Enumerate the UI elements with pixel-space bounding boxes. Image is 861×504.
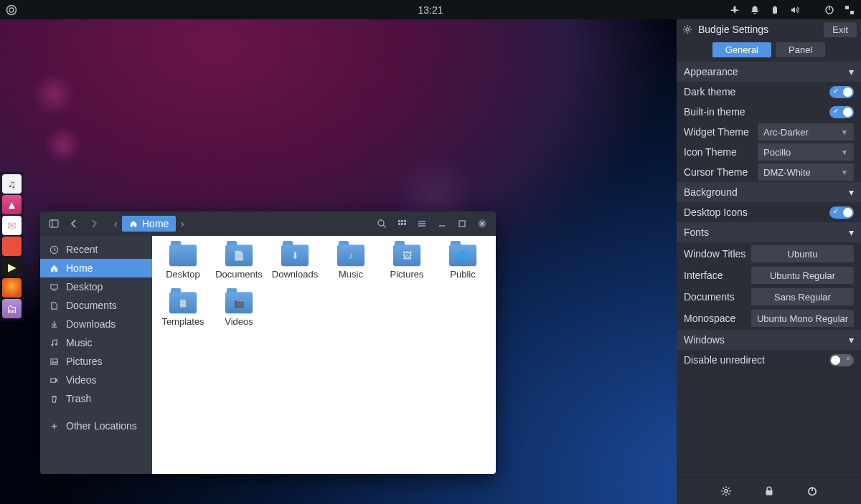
chevron-down-icon: ▾: [849, 66, 854, 77]
dock-item-photos[interactable]: ▲: [2, 195, 22, 214]
svg-rect-31: [50, 378, 55, 382]
section-background[interactable]: Background ▾: [677, 182, 861, 202]
tab-panel[interactable]: Panel: [776, 42, 825, 57]
doc-icon: [49, 301, 59, 310]
volume-icon[interactable]: [789, 4, 801, 16]
dock-item-mail[interactable]: ✉: [2, 216, 22, 235]
path-segment-home[interactable]: Home: [122, 216, 176, 232]
font-select-documents[interactable]: Sans Regular: [751, 288, 854, 305]
dock-item-firefox[interactable]: [2, 278, 22, 298]
gear-icon: [682, 24, 692, 34]
disable-unredirect-label: Disable unredirect: [684, 354, 824, 366]
budgie-settings-panel: Budgie Settings Exit General Panel Appea…: [677, 19, 861, 504]
font-select-monospace[interactable]: Ubuntu Mono Regular: [751, 310, 854, 327]
sidebar-item-videos[interactable]: Videos: [40, 371, 152, 389]
folder-icon: 📄: [225, 244, 253, 266]
folder-downloads[interactable]: ⬇Downloads: [267, 242, 323, 286]
svg-rect-22: [459, 221, 465, 227]
svg-line-11: [383, 225, 386, 228]
budgie-menu-icon[interactable]: [6, 4, 17, 16]
icon-theme-select[interactable]: Pocillo▼: [758, 143, 854, 161]
font-select-window-titles[interactable]: Ubuntu: [751, 245, 854, 262]
folder-videos[interactable]: 🎬Videos: [211, 289, 267, 333]
sidebar-item-music[interactable]: Music: [40, 333, 152, 352]
widget-theme-select[interactable]: Arc-Darker▼: [758, 123, 854, 141]
footer-power-icon[interactable]: [806, 485, 818, 497]
font-row-label: Monospace: [684, 313, 751, 324]
panel-clock[interactable]: 13:21: [418, 4, 443, 16]
folder-pictures[interactable]: 🖼Pictures: [379, 242, 435, 286]
raven-toggle-icon[interactable]: [844, 4, 855, 16]
sidebar-item-downloads[interactable]: Downloads: [40, 315, 152, 333]
font-row-label: Documents: [684, 291, 751, 303]
builtin-theme-toggle[interactable]: ✓: [829, 106, 854, 118]
top-panel: 13:21: [0, 0, 861, 19]
nav-forward-button[interactable]: [85, 214, 103, 233]
section-appearance[interactable]: Appearance ▾: [677, 62, 861, 82]
footer-settings-icon[interactable]: [720, 485, 732, 497]
dock-item-files[interactable]: 🗂: [2, 299, 22, 318]
disable-unredirect-toggle[interactable]: ×: [829, 354, 854, 366]
svg-rect-16: [401, 223, 403, 225]
sidebar-item-desktop[interactable]: Desktop: [40, 277, 152, 296]
cursor-theme-select[interactable]: DMZ-White▼: [758, 163, 854, 181]
section-windows[interactable]: Windows ▾: [677, 330, 861, 350]
dock-item-music-player[interactable]: ♫: [2, 174, 22, 194]
file-manager-headerbar: ‹ Home ›: [40, 211, 496, 236]
folder-music[interactable]: ♪Music: [323, 242, 379, 286]
dark-theme-toggle[interactable]: ✓: [829, 86, 854, 98]
sidebar-toggle-icon[interactable]: [44, 214, 63, 233]
path-prev-icon[interactable]: ‹: [109, 216, 122, 232]
font-select-interface[interactable]: Ubuntu Regular: [751, 267, 854, 284]
path-next-icon[interactable]: ›: [176, 216, 189, 232]
folder-public[interactable]: 🌐Public: [435, 242, 491, 286]
svg-rect-14: [404, 220, 406, 222]
nav-back-button[interactable]: [65, 214, 83, 233]
list-view-button[interactable]: [413, 214, 431, 233]
section-fonts[interactable]: Fonts ▾: [677, 222, 861, 242]
tab-general[interactable]: General: [712, 42, 771, 57]
icon-theme-label: Icon Theme: [684, 146, 752, 158]
widget-theme-label: Widget Theme: [684, 126, 752, 138]
exit-button[interactable]: Exit: [824, 22, 857, 37]
svg-rect-12: [398, 220, 400, 222]
sidebar-item-trash[interactable]: Trash: [40, 389, 152, 408]
raven-footer: [677, 477, 861, 504]
pin-icon[interactable]: [729, 4, 740, 16]
desktop-icons-toggle[interactable]: ✓: [829, 206, 854, 219]
search-button[interactable]: [372, 214, 391, 233]
svg-point-1: [9, 8, 14, 12]
sidebar-item-other-locations[interactable]: Other Locations: [40, 417, 152, 435]
dock-item-media-player[interactable]: ▶: [2, 257, 22, 277]
battery-icon[interactable]: [769, 4, 781, 16]
window-maximize-button[interactable]: [453, 214, 471, 233]
chevron-down-icon: ▾: [849, 334, 854, 346]
window-minimize-button[interactable]: [433, 214, 451, 233]
footer-lock-icon[interactable]: [763, 485, 775, 497]
chevron-down-icon: ▾: [849, 186, 854, 198]
folder-desktop[interactable]: Desktop: [155, 242, 211, 286]
video-icon: [49, 376, 59, 385]
folder-templates[interactable]: 📋Templates: [155, 289, 211, 333]
settings-title: Budgie Settings: [698, 24, 818, 35]
sidebar-item-documents[interactable]: Documents: [40, 296, 152, 315]
icon-view-button[interactable]: [392, 214, 411, 233]
folder-documents[interactable]: 📄Documents: [211, 242, 267, 286]
sidebar-item-recent[interactable]: Recent: [40, 240, 152, 259]
sidebar-item-pictures[interactable]: Pictures: [40, 352, 152, 371]
svg-rect-34: [766, 490, 772, 495]
folder-icon: 📋: [169, 292, 197, 313]
notifications-icon[interactable]: [749, 4, 761, 16]
window-close-button[interactable]: [473, 214, 491, 233]
dock-item-app-red[interactable]: [2, 237, 22, 256]
font-row-label: Window Titles: [684, 248, 751, 260]
power-icon[interactable]: [824, 4, 835, 16]
sidebar-item-home[interactable]: Home: [40, 259, 152, 277]
music-icon: [49, 338, 59, 348]
path-segment-label: Home: [142, 218, 169, 229]
svg-rect-13: [401, 220, 403, 222]
folder-icon: [169, 244, 197, 266]
file-manager-content[interactable]: Desktop📄Documents⬇Downloads♪Music🖼Pictur…: [152, 236, 496, 474]
svg-point-32: [686, 28, 689, 31]
clock-icon: [49, 245, 59, 255]
